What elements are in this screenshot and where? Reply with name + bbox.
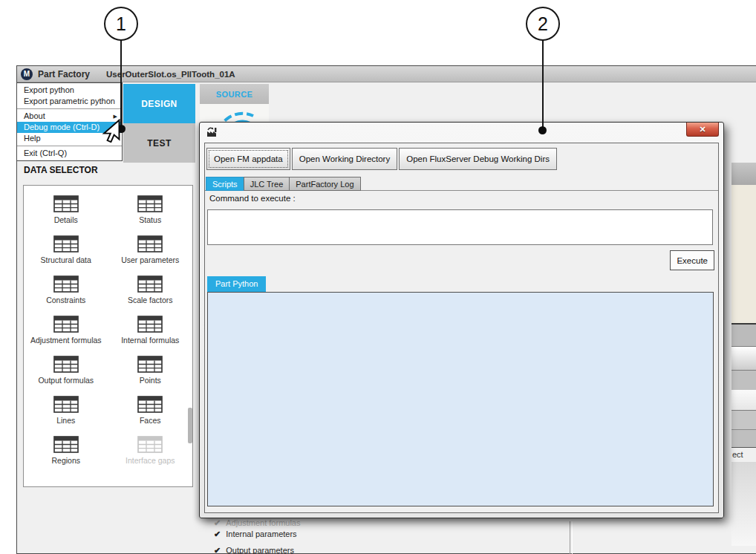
test-tab-button[interactable]: TEST [123,123,195,163]
data-selector-item-faces[interactable]: Faces [108,390,193,430]
table-icon [53,356,79,373]
table-icon [137,396,163,413]
item-label: Status [139,215,161,224]
background-clipped-text: ect [731,448,756,462]
menu-separator [17,108,122,109]
item-label: Internal formulas [121,336,179,345]
command-input[interactable] [207,209,713,245]
table-icon [137,436,163,453]
app-logo-icon: M [21,68,33,80]
data-selector-item-interface-gaps: Interface gaps [108,430,193,470]
data-selector-panel: Details Status Structural data User para… [23,185,193,487]
menu-item-about-label: About [24,111,45,120]
design-tab-button[interactable]: DESIGN [123,84,195,123]
dialog-content: Open FM appdata Open Working Directory O… [204,143,719,513]
table-icon [137,316,163,333]
data-selector-item-constraints[interactable]: Constraints [24,270,108,310]
item-label: Regions [51,456,80,465]
checklist-label: Output parameters [226,546,294,554]
scrollbar-thumb[interactable] [188,408,192,443]
data-selector-item-user-parameters[interactable]: User parameters [108,229,193,270]
execute-button[interactable]: Execute [670,250,714,270]
data-selector-item-status[interactable]: Status [108,189,193,229]
item-label: Lines [56,416,75,425]
callout-circle-2: 2 [526,7,560,41]
item-label: Constraints [46,296,85,304]
table-icon [137,235,163,252]
part-python-editor[interactable] [207,292,714,506]
source-panel-header: SOURCE [200,84,269,104]
data-selector-item-scale-factors[interactable]: Scale factors [108,270,193,310]
table-icon [53,436,79,453]
tab-part-python[interactable]: Part Python [207,276,266,292]
panel-divider [570,521,573,554]
background-right-strip: ect [731,163,756,554]
background-bar [731,430,756,448]
data-selector-title: DATA SELECTOR [24,165,98,175]
item-label: User parameters [121,255,179,264]
background-bar [731,325,756,347]
checklist-item-output-parameters: ✔Output parameters [214,546,294,554]
tab-scripts[interactable]: Scripts [206,177,244,191]
table-icon [53,195,79,212]
tab-partfactory-log[interactable]: PartFactory Log [289,177,360,191]
data-selector-item-structural-data[interactable]: Structural data [24,229,108,270]
table-icon [137,195,163,212]
background-gradient [731,462,756,546]
table-icon [53,276,79,293]
menu-item-export-parametric-python[interactable]: Export parametric python [17,96,122,107]
callout-line-2 [542,40,544,127]
background-bar [731,390,756,411]
app-titlebar: M Part Factory UserOuterSlot.os_PllTooth… [17,66,756,82]
checklist-label: Internal parameters [226,529,296,538]
close-icon: ✕ [699,125,706,134]
data-selector-item-details[interactable]: Details [24,189,108,229]
menu-item-exit[interactable]: Exit (Ctrl-Q) [17,148,122,159]
data-selector-item-regions[interactable]: Regions [24,430,108,470]
command-to-execute-label: Command to execute : [209,194,296,203]
dialog-titlebar[interactable]: ✕ [200,123,723,143]
table-icon [137,356,163,373]
item-label: Scale factors [128,296,173,304]
table-icon [53,396,79,413]
background-canvas [731,185,756,325]
item-label: Adjustment formulas [30,336,102,345]
item-label: Faces [140,416,161,425]
menu-separator [17,146,122,146]
background-bar [731,347,756,371]
data-selector-item-points[interactable]: Points [108,350,193,390]
data-selector-item-adjustment-formulas[interactable]: Adjustment formulas [24,310,108,350]
menu-item-export-python[interactable]: Export python [17,85,122,96]
dialog-toolbar: Open FM appdata Open Working Directory O… [206,148,558,170]
open-working-directory-button[interactable]: Open Working Directory [292,148,398,170]
item-label: Output formulas [38,376,94,385]
data-selector-item-internal-formulas[interactable]: Internal formulas [108,310,193,350]
background-section-bar [731,163,756,185]
background-bar [731,371,756,390]
app-title: Part Factory [38,69,90,79]
debug-dialog: ✕ Open FM appdata Open Working Directory… [199,122,724,518]
factory-icon [206,126,218,137]
data-selector-item-output-formulas[interactable]: Output formulas [24,350,108,390]
check-icon: ✔ [214,518,221,527]
table-icon [137,276,163,293]
dialog-tabs: Scripts JLC Tree PartFactory Log [206,177,360,191]
close-button[interactable]: ✕ [686,123,719,137]
callout-dot-2 [538,126,547,134]
data-selector-item-lines[interactable]: Lines [24,390,108,430]
check-icon: ✔ [214,546,221,554]
table-icon [53,235,79,252]
tab-jlc-tree[interactable]: JLC Tree [244,177,290,191]
checklist-label: Adjustment formulas [226,518,300,527]
item-label: Points [140,376,161,385]
open-fm-appdata-button[interactable]: Open FM appdata [206,148,290,170]
background-bar [731,411,756,430]
table-icon [53,316,79,333]
callout-circle-1: 1 [104,7,138,41]
checklist-item-internal-parameters: ✔Internal parameters [214,529,297,539]
mouse-cursor-icon [100,119,123,143]
open-fluxserver-debug-working-dirs-button[interactable]: Open FluxServer Debug Working Dirs [399,148,557,170]
checklist-item-adjustment-formulas: ✔Adjustment formulas [214,518,300,528]
document-name: UserOuterSlot.os_PllTooth_01A [106,70,235,79]
check-icon: ✔ [214,529,221,538]
